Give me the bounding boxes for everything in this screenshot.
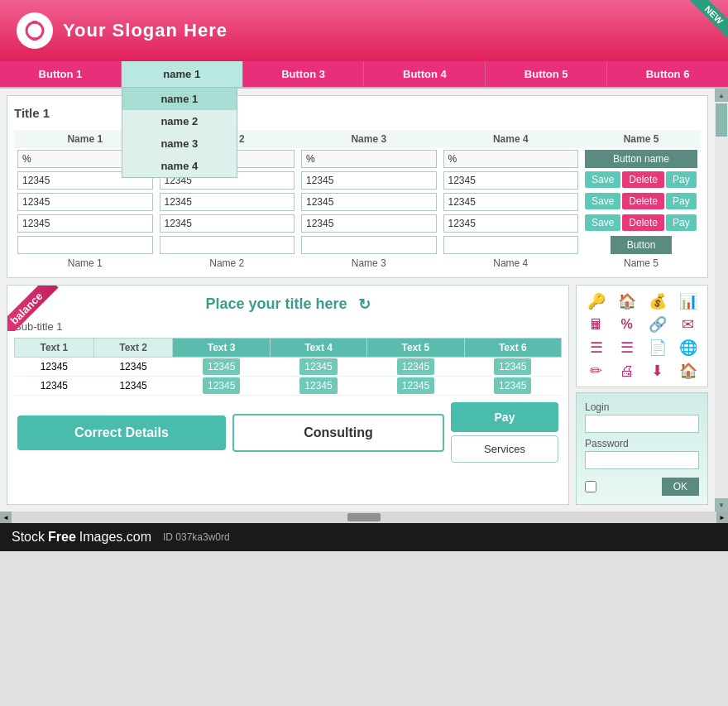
section1-title: Title 1 xyxy=(14,103,701,123)
nav-button4[interactable]: Button 4 xyxy=(364,61,486,87)
t2r1c6: 12345 xyxy=(464,358,561,377)
home-icon[interactable]: 🏠 xyxy=(618,292,636,310)
dropdown-item-1[interactable]: name 1 xyxy=(122,88,237,110)
nav-name1[interactable]: name 1 name 1 name 2 name 3 name 4 xyxy=(122,61,243,87)
table-row: 12345 12345 12345 12345 12345 12345 xyxy=(15,358,562,377)
network-icon[interactable]: 🌐 xyxy=(679,339,697,357)
empty-input-3[interactable] xyxy=(301,236,437,254)
t2r1c4: 12345 xyxy=(270,358,366,377)
row2-col4[interactable] xyxy=(443,193,579,211)
button-main[interactable]: Button xyxy=(611,236,673,254)
row2-col2[interactable] xyxy=(160,193,295,211)
section2-main: balance Place your title here ↻ Sub-titl… xyxy=(7,285,569,505)
pay-button-3[interactable]: Pay xyxy=(666,214,697,231)
button-name[interactable]: Button name xyxy=(585,150,697,168)
correct-details-button[interactable]: Correct Details xyxy=(17,415,226,450)
percent-input-3[interactable] xyxy=(301,150,437,168)
col-header-3: Name 3 xyxy=(298,130,440,148)
scroll-right-button[interactable]: ► xyxy=(716,511,728,523)
key-icon[interactable]: 🔑 xyxy=(587,292,606,310)
download-icon[interactable]: ⬇ xyxy=(651,362,663,380)
row1-col3[interactable] xyxy=(301,171,437,190)
scrollbar-horizontal[interactable]: ◄ ► xyxy=(0,511,728,523)
new-badge: NEW xyxy=(678,0,728,50)
pay-button-1[interactable]: Pay xyxy=(666,171,697,188)
t2-col6: Text 6 xyxy=(464,339,561,358)
save-button-2[interactable]: Save xyxy=(585,193,620,209)
pencil-icon[interactable]: ✏ xyxy=(590,362,602,380)
row3-col3[interactable] xyxy=(301,214,437,233)
t2r1c1: 12345 xyxy=(15,358,94,377)
money-icon[interactable]: 💰 xyxy=(649,292,667,310)
print-icon[interactable]: 🖨 xyxy=(620,363,635,380)
scroll-h-thumb[interactable] xyxy=(347,513,381,521)
data-table1: Name 1 Name 2 Name 3 Name 4 Name 5 xyxy=(14,130,701,271)
footer-col5: Name 5 xyxy=(582,256,701,271)
house-icon[interactable]: 🏠 xyxy=(679,362,697,380)
scroll-down-button[interactable]: ▼ xyxy=(715,498,728,511)
scroll-thumb[interactable] xyxy=(716,103,727,137)
slogan: Your Slogan Here xyxy=(63,20,228,41)
login-input[interactable] xyxy=(585,415,699,433)
t2r2c4: 12345 xyxy=(270,377,366,396)
dropdown-item-2[interactable]: name 2 xyxy=(122,110,237,132)
nav-button6[interactable]: Button 6 xyxy=(607,61,728,87)
scroll-left-button[interactable]: ◄ xyxy=(0,511,12,523)
table-row: Save Delete Pay xyxy=(14,213,701,234)
percent-icon[interactable]: % xyxy=(620,317,632,332)
remember-checkbox[interactable] xyxy=(585,481,596,492)
scrollbar-vertical[interactable]: ▲ ▼ xyxy=(715,89,728,511)
link-icon[interactable]: 🔗 xyxy=(649,315,667,334)
consulting-button[interactable]: Consulting xyxy=(232,414,444,452)
delete-button-3[interactable]: Delete xyxy=(622,214,664,231)
calc-icon[interactable]: 🖩 xyxy=(589,316,604,334)
footer-col1: Name 1 xyxy=(14,256,156,271)
list-icon[interactable]: ☰ xyxy=(590,339,603,357)
t2r1c3: 12345 xyxy=(173,358,270,377)
login-label: Login xyxy=(585,401,699,413)
nav-button1[interactable]: Button 1 xyxy=(0,61,122,87)
pay-services-group: Pay Services xyxy=(451,402,558,463)
ok-button[interactable]: OK xyxy=(662,478,699,496)
empty-input-1[interactable] xyxy=(17,236,153,254)
pay-button[interactable]: Pay xyxy=(451,402,558,432)
empty-input-2[interactable] xyxy=(160,236,295,254)
refresh-icon[interactable]: ↻ xyxy=(358,295,371,314)
doc-icon[interactable]: 📄 xyxy=(649,339,667,357)
login-panel: Login Password OK xyxy=(576,392,708,505)
row3-col1[interactable] xyxy=(17,214,153,233)
row3-col2[interactable] xyxy=(160,214,295,233)
balance-badge: balance xyxy=(7,286,82,331)
table-row: Save Delete Pay xyxy=(14,170,701,191)
pay-button-2[interactable]: Pay xyxy=(666,193,697,209)
t2r1c5: 12345 xyxy=(367,358,464,377)
login-actions: OK xyxy=(585,478,699,496)
footer-id: ID 037ka3w0rd xyxy=(163,531,230,543)
dropdown-item-3[interactable]: name 3 xyxy=(122,132,237,155)
nav-button3[interactable]: Button 3 xyxy=(243,61,365,87)
nav-button5[interactable]: Button 5 xyxy=(486,61,607,87)
delete-button-2[interactable]: Delete xyxy=(622,193,664,209)
footer-col3: Name 3 xyxy=(298,256,440,271)
empty-input-4[interactable] xyxy=(443,236,579,254)
save-button-1[interactable]: Save xyxy=(585,171,620,188)
chart-icon[interactable]: 📊 xyxy=(679,292,697,310)
email-icon[interactable]: ✉ xyxy=(682,315,694,334)
save-button-3[interactable]: Save xyxy=(585,214,620,231)
row1-col4[interactable] xyxy=(443,171,579,190)
row2-col3[interactable] xyxy=(301,193,437,211)
row2-col1[interactable] xyxy=(17,193,153,211)
footer-stock: Stock xyxy=(12,530,45,545)
t2r2c3: 12345 xyxy=(173,377,270,396)
row3-col4[interactable] xyxy=(443,214,579,233)
dropdown-item-4[interactable]: name 4 xyxy=(122,155,237,177)
percent-input-4[interactable] xyxy=(443,150,579,168)
t2-col4: Text 4 xyxy=(270,339,366,358)
delete-button-1[interactable]: Delete xyxy=(622,171,664,188)
footer: Stock Free Images.com ID 037ka3w0rd xyxy=(0,523,728,551)
password-input[interactable] xyxy=(585,451,699,469)
services-button[interactable]: Services xyxy=(451,435,558,463)
list2-icon[interactable]: ☰ xyxy=(620,339,634,357)
scroll-up-button[interactable]: ▲ xyxy=(715,89,728,102)
t2r2c1: 12345 xyxy=(15,377,94,396)
